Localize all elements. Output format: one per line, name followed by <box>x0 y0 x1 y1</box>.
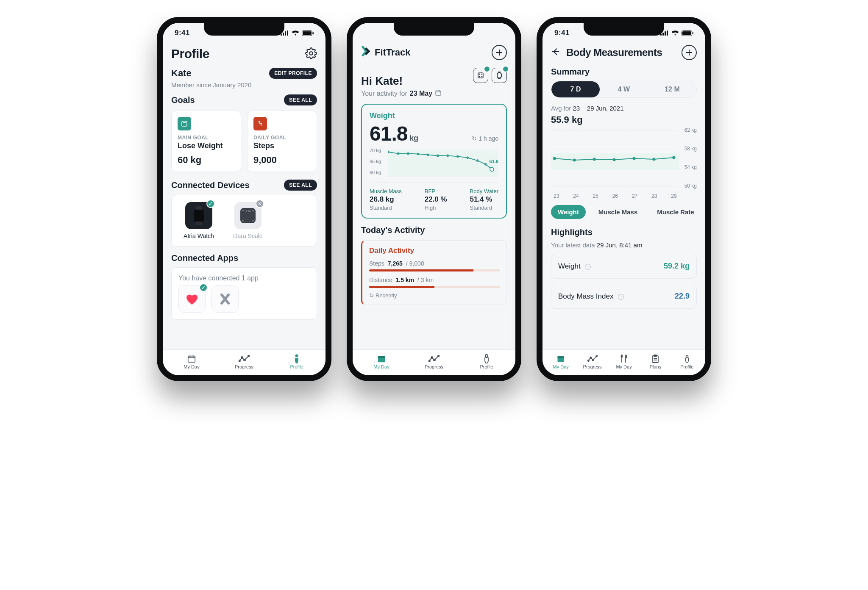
svg-point-27 <box>481 74 482 75</box>
pill-weight[interactable]: Weight <box>551 205 586 219</box>
svg-point-50 <box>434 359 435 361</box>
info-icon[interactable]: i <box>585 264 591 270</box>
tab-progress[interactable]: Progress <box>408 354 460 369</box>
refresh-icon: ↻ <box>472 135 477 142</box>
tab-label: Profile <box>671 364 703 369</box>
settings-button[interactable] <box>305 47 317 61</box>
highlight-bmi[interactable]: Body Mass Index i 22.9 <box>551 284 697 309</box>
seg-7d[interactable]: 7 D <box>551 81 600 97</box>
svg-point-26 <box>479 74 480 75</box>
svg-point-48 <box>428 360 430 362</box>
tab-meals[interactable]: My Day <box>608 354 640 369</box>
svg-rect-64 <box>551 153 679 170</box>
svg-rect-1 <box>283 33 284 36</box>
svg-point-16 <box>242 220 244 222</box>
seg-12m[interactable]: 12 M <box>648 81 696 97</box>
wifi-icon <box>671 30 679 36</box>
tab-progress[interactable]: Progress <box>576 354 608 369</box>
metric-status: High <box>425 205 447 211</box>
xtick: 29 <box>671 193 676 199</box>
check-icon: ✓ <box>206 199 215 208</box>
device-scale-button[interactable] <box>473 68 488 83</box>
app-fit[interactable] <box>211 285 239 313</box>
back-button[interactable] <box>551 47 560 58</box>
brand: FitTrack <box>361 46 410 59</box>
metric-pills[interactable]: Weight Muscle Mass Muscle Rate Body Fa <box>551 205 697 219</box>
distance-progress <box>369 286 500 288</box>
tab-my-day[interactable]: My Day <box>545 354 576 369</box>
seg-4w[interactable]: 4 W <box>600 81 648 97</box>
latest-ts: 29 Jun, 8:41 am <box>597 241 643 249</box>
tab-plans[interactable]: Plans <box>640 354 671 369</box>
highlight-weight[interactable]: Weight i 59.2 kg <box>551 254 697 279</box>
tab-bar: My Day Progress My Day Plans Profile <box>542 349 705 375</box>
phone-profile: 9:41 Profile Kate <box>157 17 331 381</box>
user-name: Kate <box>171 68 192 79</box>
tab-my-day[interactable]: My Day <box>165 354 218 369</box>
distance-target: / 3 km <box>417 277 434 283</box>
ytick: 65 kg <box>370 159 386 164</box>
device-dara-scale[interactable]: 5.18 ✕ Dara Scale <box>228 202 268 239</box>
scale-icon <box>178 117 191 130</box>
svg-point-38 <box>427 154 429 156</box>
svg-rect-6 <box>313 32 314 34</box>
tab-profile[interactable]: Profile <box>270 354 323 369</box>
svg-point-23 <box>295 355 298 357</box>
svg-rect-11 <box>195 222 202 225</box>
svg-point-75 <box>590 357 591 359</box>
svg-rect-9 <box>194 209 204 222</box>
goal-card-main[interactable]: MAIN GOAL Lose Weight 60 kg <box>171 111 241 172</box>
weight-card[interactable]: Weight 61.8 kg ↻ 1 h ago 70 kg 65 kg <box>361 104 507 219</box>
tab-label: Progress <box>408 364 460 369</box>
svg-point-69 <box>632 157 635 160</box>
goal-card-daily[interactable]: DAILY GOAL Steps 9,000 <box>247 111 317 172</box>
svg-rect-54 <box>662 33 664 36</box>
calendar-small-icon <box>435 89 442 98</box>
goals-see-all-button[interactable]: SEE ALL <box>284 94 317 105</box>
svg-point-52 <box>485 355 488 357</box>
svg-rect-2 <box>285 31 286 36</box>
profile-icon <box>270 354 323 363</box>
activity-date[interactable]: Your activity for 23 May <box>361 89 442 98</box>
add-button[interactable] <box>492 45 507 60</box>
svg-point-71 <box>672 156 675 159</box>
ytick: 70 kg <box>370 148 386 153</box>
daily-activity-card[interactable]: Daily Activity Steps 7,265 / 9,000 Dista… <box>361 240 507 305</box>
progress-icon <box>218 354 270 363</box>
device-atria-watch[interactable]: ✓ Atria Watch <box>178 202 219 239</box>
tab-profile[interactable]: Profile <box>460 354 513 369</box>
svg-point-39 <box>437 155 439 157</box>
svg-point-14 <box>242 210 244 211</box>
device-label: Atria Watch <box>178 233 219 239</box>
brand-name: FitTrack <box>375 47 410 58</box>
xtick: 24 <box>573 193 579 199</box>
highlights-title: Highlights <box>551 227 697 237</box>
tab-profile[interactable]: Profile <box>671 354 703 369</box>
add-button[interactable] <box>682 45 697 60</box>
calendar-icon <box>165 354 218 363</box>
phone-my-day: .. FitTrack Hi Kate! Your activit <box>347 17 521 381</box>
notch <box>584 23 664 36</box>
devices-see-all-button[interactable]: SEE ALL <box>284 180 317 191</box>
pill-muscle-mass[interactable]: Muscle Mass <box>592 205 645 219</box>
plus-icon <box>496 49 503 56</box>
highlight-value: 59.2 kg <box>664 262 690 271</box>
svg-point-80 <box>686 355 688 357</box>
edit-profile-button[interactable]: EDIT PROFILE <box>269 68 317 79</box>
distance-label: Distance <box>369 277 392 283</box>
tab-progress[interactable]: Progress <box>218 354 270 369</box>
svg-rect-3 <box>287 30 288 36</box>
app-health[interactable]: ✓ <box>178 285 206 313</box>
calendar-icon <box>545 354 576 363</box>
latest-prefix: Your latest data <box>551 241 597 249</box>
watch-mini-icon <box>496 71 502 80</box>
svg-point-49 <box>431 357 433 358</box>
phone-measurements: 9:41 Body Measurements <box>537 17 711 381</box>
tab-my-day[interactable]: My Day <box>355 354 408 369</box>
info-icon[interactable]: i <box>618 294 624 300</box>
svg-rect-10 <box>195 206 202 210</box>
brand-mark-icon <box>361 46 371 59</box>
avg-value: 55.9 kg <box>551 114 697 125</box>
device-watch-button[interactable] <box>492 68 507 83</box>
pill-muscle-rate[interactable]: Muscle Rate <box>650 205 697 219</box>
